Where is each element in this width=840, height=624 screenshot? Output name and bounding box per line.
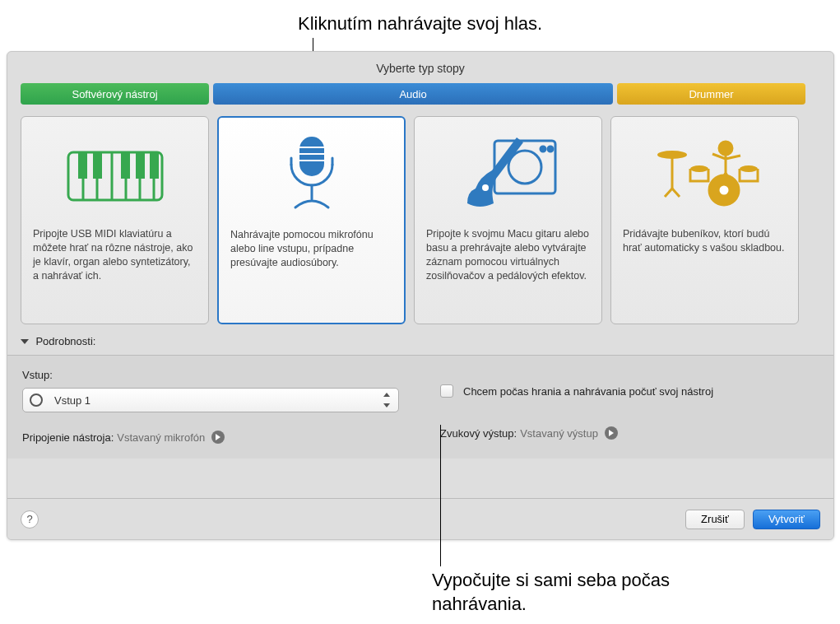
svg-rect-11 — [150, 152, 159, 179]
svg-point-21 — [541, 147, 545, 151]
input-channel-icon — [30, 393, 43, 407]
details-disclosure[interactable]: Podrobnosti: — [7, 329, 833, 355]
details-panel: Vstup: Vstup 1 Pripojenie nástroja: Vsta… — [7, 355, 833, 459]
track-type-cards: Pripojte USB MIDI klaviatúru a môžete hr… — [7, 105, 833, 329]
tab-drummer[interactable]: Drummer — [617, 83, 805, 105]
keyboard-icon — [33, 122, 197, 223]
card-description: Pripojte USB MIDI klaviatúru a môžete hr… — [33, 227, 197, 283]
dialog-footer: ? Zrušiť Vytvoriť — [7, 498, 833, 539]
svg-point-27 — [690, 165, 708, 172]
card-description: Pripojte k svojmu Macu gitaru alebo basu… — [426, 227, 590, 283]
details-label: Podrobnosti: — [35, 335, 95, 347]
monitor-checkbox[interactable] — [440, 384, 453, 398]
card-audio-guitar[interactable]: Pripojte k svojmu Macu gitaru alebo basu… — [414, 116, 602, 324]
tab-audio[interactable]: Audio — [213, 83, 613, 105]
new-track-dialog: Vyberte typ stopy Softvérový nástroj Aud… — [7, 51, 834, 540]
help-button[interactable]: ? — [21, 510, 39, 529]
output-go-icon[interactable] — [605, 426, 618, 440]
dialog-title: Vyberte typ stopy — [7, 52, 833, 83]
connection-value: Vstavaný mikrofón — [117, 431, 205, 444]
microphone-icon — [230, 123, 392, 224]
guitar-amp-icon — [426, 122, 590, 223]
card-description: Pridávajte bubeníkov, ktorí budú hrať au… — [623, 227, 787, 255]
card-software-instrument[interactable]: Pripojte USB MIDI klaviatúru a môžete hr… — [21, 116, 209, 324]
svg-point-22 — [548, 147, 553, 151]
tab-software-instrument[interactable]: Softvérový nástroj — [21, 83, 209, 105]
svg-rect-12 — [299, 137, 324, 176]
svg-point-30 — [718, 184, 730, 196]
callout-record-voice: Kliknutím nahrávajte svoj hlas. — [298, 12, 542, 36]
card-audio-mic[interactable]: Nahrávajte pomocou mikrofónu alebo line … — [217, 116, 406, 324]
svg-rect-10 — [136, 152, 145, 179]
connection-label: Pripojenie nástroja: — [22, 431, 114, 444]
callout-hear-yourself: Vypočujte si sami seba počas nahrávania. — [432, 568, 695, 617]
input-label: Vstup: — [22, 369, 401, 381]
connection-go-icon[interactable] — [211, 431, 225, 444]
card-description: Nahrávajte pomocou mikrofónu alebo line … — [230, 228, 392, 270]
disclosure-triangle-icon — [21, 339, 29, 344]
svg-rect-9 — [121, 152, 130, 179]
cancel-button[interactable]: Zrušiť — [685, 510, 745, 529]
input-select[interactable]: Vstup 1 — [22, 388, 399, 412]
card-drummer[interactable]: Pridávajte bubeníkov, ktorí budú hrať au… — [610, 116, 799, 324]
select-arrows-icon — [382, 393, 392, 407]
input-value: Vstup 1 — [54, 394, 90, 407]
svg-point-24 — [719, 142, 732, 155]
svg-point-23 — [482, 184, 489, 191]
create-button[interactable]: Vytvoriť — [753, 510, 820, 529]
track-type-tabs: Softvérový nástroj Audio Drummer — [7, 83, 833, 105]
drummer-icon — [623, 122, 787, 223]
svg-rect-8 — [93, 152, 102, 179]
output-value: Vstavaný výstup — [520, 427, 598, 440]
callout-leader-bottom — [440, 425, 441, 566]
monitor-checkbox-label: Chcem počas hrania a nahrávania počuť sv… — [463, 385, 713, 398]
svg-point-28 — [740, 165, 758, 172]
svg-rect-7 — [78, 152, 87, 179]
output-label: Zvukový výstup: — [440, 427, 517, 440]
